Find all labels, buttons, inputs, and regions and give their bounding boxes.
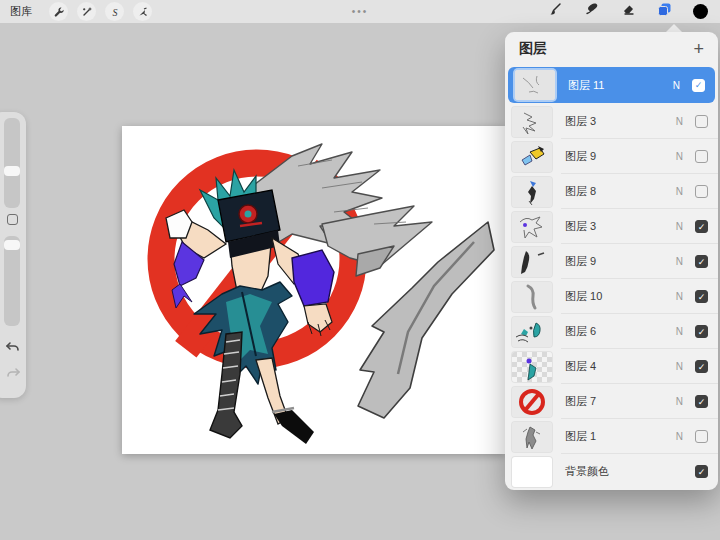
layer-row[interactable]: 图层 3 N ✓	[505, 209, 718, 244]
brush-size-slider-handle[interactable]	[4, 166, 20, 176]
background-color-thumbnail	[512, 457, 552, 487]
eraser-icon[interactable]	[620, 2, 636, 22]
layer-visibility-checkbox[interactable]: ✓	[695, 220, 708, 233]
layer-row[interactable]: 图层 3 N ✓	[505, 104, 718, 139]
transform-arrow-icon[interactable]	[133, 2, 152, 21]
layer-visibility-checkbox[interactable]: ✓	[695, 290, 708, 303]
blend-mode-badge[interactable]: N	[676, 431, 683, 442]
blend-mode-badge[interactable]: N	[676, 326, 683, 337]
layer-thumbnail	[512, 282, 552, 312]
layer-thumbnail	[512, 177, 552, 207]
layer-thumbnail	[512, 422, 552, 452]
brush-opacity-slider[interactable]	[4, 236, 20, 326]
drawing-canvas[interactable]	[122, 126, 505, 454]
add-layer-button[interactable]: +	[693, 40, 704, 58]
layer-visibility-checkbox[interactable]: ✓	[695, 360, 708, 373]
layer-thumbnail	[512, 142, 552, 172]
blend-mode-badge[interactable]: N	[676, 221, 683, 232]
layers-panel-title: 图层	[519, 40, 547, 58]
brush-opacity-slider-handle[interactable]	[4, 240, 20, 250]
layer-visibility-checkbox[interactable]: ✓	[695, 325, 708, 338]
undo-button[interactable]	[4, 338, 22, 356]
layer-row[interactable]: 图层 8 N ✓	[505, 174, 718, 209]
layer-visibility-checkbox[interactable]: ✓	[692, 79, 705, 92]
layer-visibility-checkbox[interactable]: ✓	[695, 150, 708, 163]
layer-thumbnail	[512, 387, 552, 417]
smudge-icon[interactable]	[583, 1, 600, 22]
layer-list: 图层 11 N ✓ 图层 3 N ✓ 图层 9 N ✓ 图层 8 N ✓ 图层 …	[505, 66, 718, 490]
layer-visibility-checkbox[interactable]: ✓	[695, 465, 708, 478]
artwork-illustration	[122, 126, 505, 454]
redo-button[interactable]	[4, 364, 22, 382]
layers-icon[interactable]	[656, 1, 673, 22]
layer-visibility-checkbox[interactable]: ✓	[695, 255, 708, 268]
layer-row[interactable]: 图层 11 N ✓	[508, 67, 715, 103]
brush-size-slider[interactable]	[4, 118, 20, 208]
layer-thumbnail	[512, 212, 552, 242]
layer-row[interactable]: 图层 10 N ✓	[505, 279, 718, 314]
sidebar-tools	[0, 112, 26, 398]
blend-mode-badge[interactable]: N	[676, 256, 683, 267]
brush-icon[interactable]	[546, 1, 563, 22]
wrench-icon[interactable]	[49, 2, 68, 21]
gallery-button[interactable]: 图库	[10, 4, 32, 19]
background-color-row[interactable]: 背景颜色 ✓	[505, 454, 718, 489]
color-swatch[interactable]	[693, 4, 708, 19]
layers-panel: 图层 + 图层 11 N ✓ 图层 3 N ✓ 图层 9 N ✓ 图层 8 N …	[505, 32, 718, 490]
blend-mode-badge[interactable]: N	[676, 116, 683, 127]
blend-mode-badge[interactable]: N	[676, 186, 683, 197]
layer-visibility-checkbox[interactable]: ✓	[695, 430, 708, 443]
layer-row[interactable]: 图层 7 N ✓	[505, 384, 718, 419]
blend-mode-badge[interactable]: N	[676, 291, 683, 302]
blend-mode-badge[interactable]: N	[676, 151, 683, 162]
layer-thumbnail	[512, 317, 552, 347]
blend-mode-badge[interactable]: N	[676, 361, 683, 372]
adjustments-wand-icon[interactable]	[77, 2, 96, 21]
layer-row[interactable]: 图层 4 N ✓	[505, 349, 718, 384]
layer-row[interactable]: 图层 1 N ✓	[505, 419, 718, 454]
layer-visibility-checkbox[interactable]: ✓	[695, 115, 708, 128]
layer-thumbnail	[512, 352, 552, 382]
layer-visibility-checkbox[interactable]: ✓	[695, 395, 708, 408]
layer-thumbnail	[512, 107, 552, 137]
layer-row[interactable]: 图层 6 N ✓	[505, 314, 718, 349]
svg-text:S: S	[112, 6, 117, 17]
top-toolbar: 图库 S •••	[0, 0, 720, 23]
selection-s-icon[interactable]: S	[105, 2, 124, 21]
layer-row[interactable]: 图层 9 N ✓	[505, 244, 718, 279]
modify-button[interactable]	[7, 214, 18, 225]
layer-row[interactable]: 图层 9 N ✓	[505, 139, 718, 174]
layer-thumbnail	[512, 247, 552, 277]
blend-mode-badge[interactable]: N	[676, 396, 683, 407]
layer-visibility-checkbox[interactable]: ✓	[695, 185, 708, 198]
layer-thumbnail	[515, 70, 555, 100]
blend-mode-badge[interactable]: N	[673, 80, 680, 91]
